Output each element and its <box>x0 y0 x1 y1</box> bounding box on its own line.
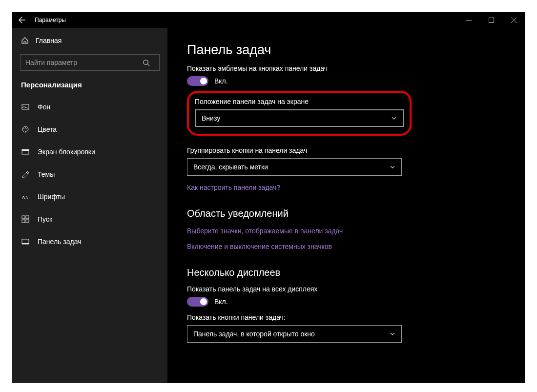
setting-buttons-on-label: Показать кнопки панели задач: <box>187 313 505 321</box>
svg-point-3 <box>23 128 24 129</box>
start-icon <box>21 215 30 224</box>
sidebar-item-label: Цвета <box>38 125 57 133</box>
window-controls <box>457 12 525 28</box>
svg-text:A: A <box>25 196 28 200</box>
sidebar-item-label: Панель задач <box>38 238 81 246</box>
sidebar-item-background[interactable]: Фон <box>12 96 167 118</box>
home-icon <box>21 37 29 44</box>
sidebar-category: Персонализация <box>12 76 167 96</box>
sidebar-item-label: Шрифты <box>38 193 65 201</box>
sidebar-item-fonts[interactable]: AA Шрифты <box>12 186 167 208</box>
image-icon <box>21 103 30 111</box>
titlebar: Параметры <box>12 12 525 28</box>
sidebar-item-taskbar[interactable]: Панель задач <box>12 230 167 253</box>
svg-rect-15 <box>22 243 29 244</box>
lockscreen-icon <box>21 147 30 156</box>
toggle-icon <box>187 297 208 307</box>
toggle-badges[interactable]: Вкл. <box>187 76 505 86</box>
search-icon <box>143 59 159 66</box>
svg-rect-7 <box>22 149 29 151</box>
chevron-down-icon <box>390 331 395 337</box>
highlighted-position-setting: Положение панели задач на экране Внизу <box>187 91 412 136</box>
sidebar-item-label: Пуск <box>38 215 52 223</box>
search-input[interactable] <box>21 59 143 66</box>
dropdown-taskbar-position[interactable]: Внизу <box>195 109 404 127</box>
dropdown-value: Внизу <box>202 114 220 122</box>
svg-rect-0 <box>489 18 494 22</box>
chevron-down-icon <box>390 164 395 170</box>
fonts-icon: AA <box>21 192 30 201</box>
taskbar-icon <box>21 237 30 246</box>
sidebar-home-label: Главная <box>36 37 62 44</box>
chevron-down-icon <box>391 115 397 121</box>
dropdown-value: Панель задач, в которой открыто окно <box>193 330 315 338</box>
svg-point-1 <box>144 60 148 64</box>
link-select-icons[interactable]: Выберите значки, отображаемые в панели з… <box>187 227 505 235</box>
toggle-state: Вкл. <box>214 77 228 85</box>
dropdown-grouping[interactable]: Всегда, скрывать метки <box>187 158 402 176</box>
minimize-icon <box>466 18 472 23</box>
minimize-button[interactable] <box>457 12 480 28</box>
setting-showall-label: Показать панель задач на всех дисплеях <box>187 285 505 293</box>
svg-rect-11 <box>26 216 29 219</box>
sidebar-item-label: Экран блокировки <box>38 148 95 156</box>
page-title: Панель задач <box>187 42 505 58</box>
maximize-button[interactable] <box>480 12 502 28</box>
content: Панель задач Показать эмблемы на кнопках… <box>167 28 525 383</box>
sidebar-item-label: Фон <box>38 103 50 111</box>
close-icon <box>511 18 516 23</box>
svg-point-4 <box>25 127 26 128</box>
arrow-left-icon <box>18 16 26 24</box>
toggle-show-all-displays[interactable]: Вкл. <box>187 297 505 307</box>
svg-rect-12 <box>22 220 25 223</box>
sidebar-item-label: Темы <box>38 170 55 178</box>
sidebar-item-lockscreen[interactable]: Экран блокировки <box>12 141 167 163</box>
setting-grouping-label: Группировать кнопки на панели задач <box>187 146 505 154</box>
sidebar-item-start[interactable]: Пуск <box>12 208 167 230</box>
window-title: Параметры <box>35 17 66 23</box>
search-wrap <box>12 50 167 76</box>
themes-icon <box>21 170 30 179</box>
sidebar-item-themes[interactable]: Темы <box>12 163 167 186</box>
svg-rect-10 <box>22 216 25 219</box>
palette-icon <box>21 125 30 134</box>
maximize-icon <box>489 18 494 23</box>
sidebar-item-colors[interactable]: Цвета <box>12 118 167 141</box>
section-multiple-displays-title: Несколько дисплеев <box>187 267 505 278</box>
dropdown-value: Всегда, скрывать метки <box>193 163 268 171</box>
search-box[interactable] <box>20 54 160 71</box>
setting-badges-label: Показать эмблемы на кнопках панели задач <box>187 64 505 72</box>
toggle-state: Вкл. <box>214 298 228 306</box>
dropdown-buttons-on[interactable]: Панель задач, в которой открыто окно <box>187 325 402 343</box>
link-system-icons[interactable]: Включение и выключение системных значков <box>187 243 505 250</box>
section-notification-area-title: Область уведомлений <box>187 208 505 219</box>
body: Главная Персонализация Фон Цвета <box>12 28 525 383</box>
sidebar: Главная Персонализация Фон Цвета <box>12 28 167 383</box>
toggle-icon <box>187 76 208 86</box>
setting-position-label: Положение панели задач на экране <box>195 98 404 105</box>
svg-point-5 <box>26 128 27 129</box>
settings-window: Параметры Главная <box>12 12 525 383</box>
close-button[interactable] <box>502 12 525 28</box>
svg-text:A: A <box>21 194 25 200</box>
sidebar-item-home[interactable]: Главная <box>12 31 167 50</box>
svg-rect-13 <box>26 220 29 223</box>
link-customize-taskbar[interactable]: Как настроить панели задач? <box>187 184 505 191</box>
back-button[interactable] <box>12 12 32 28</box>
